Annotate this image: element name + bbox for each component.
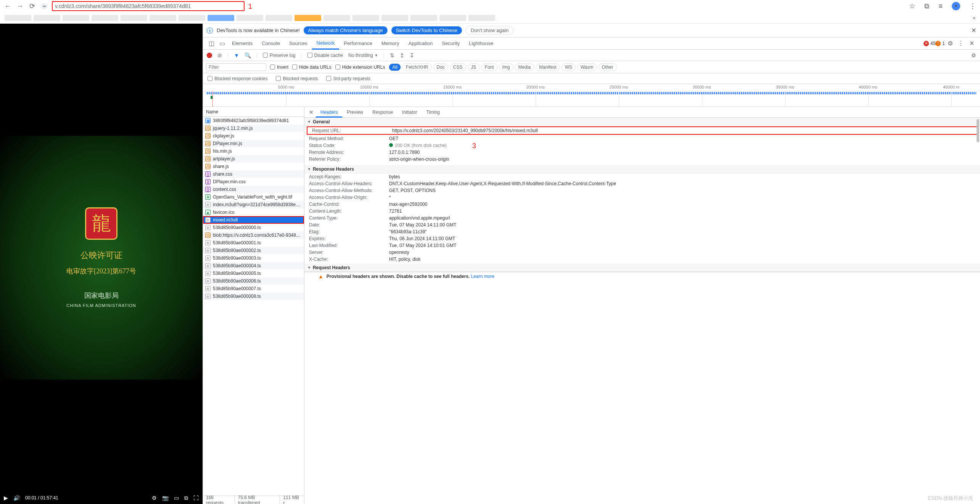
request-row[interactable]: ≡538d85b90ae000000.ts (203, 224, 304, 231)
tab-initiator[interactable]: Initiator (397, 107, 422, 118)
upload-icon[interactable]: ↥ (400, 52, 404, 58)
wifi-icon[interactable]: ⇅ (390, 52, 394, 58)
tab-headers[interactable]: Headers (316, 107, 342, 118)
throttle-select[interactable]: No throttling ▼ (348, 53, 378, 58)
device-icon[interactable]: ▭ (217, 40, 227, 47)
devtools-close-icon[interactable]: ✕ (966, 40, 977, 47)
filter-icon[interactable]: ▼ (234, 52, 239, 58)
filter-chip[interactable]: Manifest (536, 63, 560, 71)
banner-close-icon[interactable]: ✕ (971, 27, 976, 34)
section-response-headers[interactable]: Response Headers (304, 165, 980, 173)
learn-more-link[interactable]: Learn more (471, 274, 494, 279)
tab-sources[interactable]: Sources (285, 37, 312, 50)
request-row[interactable]: ≡538d85b90ae000008.ts (203, 292, 304, 300)
tab-preview[interactable]: Preview (342, 107, 368, 118)
request-row[interactable]: JSDPlayer.min.js (203, 140, 304, 147)
tab-lighthouse[interactable]: Lighthouse (464, 37, 498, 50)
section-general[interactable]: General (304, 118, 980, 126)
camera-icon[interactable]: 📷 (162, 495, 169, 501)
reader-icon[interactable]: ≡ (938, 2, 943, 10)
request-row[interactable]: JShls.min.js (203, 147, 304, 155)
download-icon[interactable]: ↧ (410, 52, 414, 58)
request-row[interactable]: ▲favicon.ico (203, 208, 304, 216)
panel-gear-icon[interactable]: ⚙ (971, 52, 976, 58)
fullscreen-icon[interactable]: ⛶ (193, 495, 199, 501)
disable-cache-checkbox[interactable]: Disable cache (307, 53, 343, 58)
section-request-headers[interactable]: Request Headers (304, 263, 980, 272)
inspect-icon[interactable]: ◫ (206, 40, 217, 47)
invert-checkbox[interactable]: Invert (270, 65, 288, 70)
request-row[interactable]: ≡538d85b90ae000004.ts (203, 262, 304, 270)
blocked-req-checkbox[interactable]: Blocked requests (276, 76, 318, 81)
filter-chip[interactable]: Wasm (577, 63, 597, 71)
tab-elements[interactable]: Elements (227, 37, 257, 50)
profile-avatar[interactable]: • (952, 2, 960, 10)
filter-chip[interactable]: JS (468, 63, 480, 71)
hide-ext-checkbox[interactable]: Hide extension URLs (335, 65, 385, 70)
volume-icon[interactable]: 🔊 (13, 495, 20, 501)
filter-chip[interactable]: CSS (450, 63, 466, 71)
filter-chip[interactable]: Font (481, 63, 497, 71)
hide-data-checkbox[interactable]: Hide data URLs (292, 65, 331, 70)
gear-icon[interactable]: ⚙ (945, 40, 956, 47)
tab-memory[interactable]: Memory (377, 37, 404, 50)
request-row[interactable]: JSckplayer.js (203, 132, 304, 140)
request-row[interactable]: JSblob:https://v.cdnlz3.com/a3c617e0-934… (203, 231, 304, 239)
pip-icon[interactable]: ⧉ (184, 495, 188, 501)
more-icon[interactable]: ⋮ (956, 40, 966, 47)
preserve-log-checkbox[interactable]: Preserve log (263, 53, 295, 58)
request-row[interactable]: {}content.css (203, 186, 304, 193)
network-timeline[interactable]: 5000 ms10000 ms15000 ms20000 ms25000 ms3… (203, 84, 980, 107)
detail-close-icon[interactable]: ✕ (307, 109, 316, 115)
tab-network[interactable]: Network (312, 37, 340, 50)
third-party-checkbox[interactable]: 3rd-party requests (326, 76, 370, 81)
request-row[interactable]: JSshare.js (203, 163, 304, 170)
star-icon[interactable]: ☆ (909, 2, 915, 10)
extensions-icon[interactable]: ⧉ (924, 2, 929, 10)
error-count[interactable]: ✕45 (924, 41, 935, 46)
forward-icon[interactable]: → (16, 2, 24, 10)
request-row[interactable]: ≡538d85b90ae000007.ts (203, 285, 304, 292)
subtitle-icon[interactable]: ▭ (174, 495, 179, 501)
address-bar[interactable]: v.cdnlz3.com/share/3893f9f84823afc5f6833… (52, 1, 245, 11)
back-icon[interactable]: ← (4, 2, 11, 10)
play-icon[interactable]: ▶ (4, 495, 8, 501)
filter-chip[interactable]: Other (599, 63, 617, 71)
switch-lang-button[interactable]: Switch DevTools to Chinese (391, 26, 462, 34)
request-row[interactable]: ≡538d85b90ae000006.ts (203, 277, 304, 285)
always-match-button[interactable]: Always match Chrome's language (304, 26, 388, 34)
scrollbar[interactable] (977, 119, 979, 142)
request-row[interactable]: ≡538d85b90ae000003.ts (203, 254, 304, 262)
settings-icon[interactable]: ⚙ (152, 495, 157, 501)
dont-show-button[interactable]: Don't show again (466, 26, 513, 35)
warn-count[interactable]: !1 (935, 41, 945, 46)
tab-application[interactable]: Application (404, 37, 438, 50)
filter-chip[interactable]: Doc (433, 63, 448, 71)
request-row[interactable]: {}share.css (203, 170, 304, 178)
list-header[interactable]: Name (203, 107, 304, 117)
reload-icon[interactable]: ⟳ (28, 2, 36, 10)
search-icon[interactable]: 🔍 (245, 52, 251, 58)
tab-security[interactable]: Security (437, 37, 464, 50)
filter-chip[interactable]: WS (562, 63, 576, 71)
request-row[interactable]: ≡538d85b90ae000002.ts (203, 247, 304, 254)
request-row[interactable]: ▦3893f9f84823afc5f68339ed89374d81 (203, 117, 304, 124)
kebab-icon[interactable]: ⋮ (969, 2, 976, 10)
request-row[interactable]: ≡index.m3u8?sign=321d74ce9958d3938e5... (203, 201, 304, 208)
filter-chip[interactable]: All (389, 63, 401, 71)
tab-performance[interactable]: Performance (339, 37, 377, 50)
request-row[interactable]: ≡mixed.m3u82 (203, 216, 304, 224)
filter-chip[interactable]: Fetch/XHR (402, 63, 432, 71)
request-row[interactable]: {}DPlayer.min.css (203, 178, 304, 186)
request-row[interactable]: JSartplayer.js (203, 155, 304, 163)
bookmarks-overflow-icon[interactable]: » (973, 15, 975, 21)
clear-icon[interactable]: ⊘ (217, 52, 222, 58)
record-icon[interactable] (207, 53, 212, 58)
tab-timing[interactable]: Timing (422, 107, 444, 118)
filter-input[interactable] (206, 63, 266, 71)
tab-response[interactable]: Response (368, 107, 397, 118)
request-row[interactable]: AOpenSans_VariableFont_wdth_wght.ttf (203, 193, 304, 201)
filter-chip[interactable]: Media (515, 63, 534, 71)
blocked-cookies-checkbox[interactable]: Blocked response cookies (208, 76, 267, 81)
filter-chip[interactable]: Img (499, 63, 513, 71)
